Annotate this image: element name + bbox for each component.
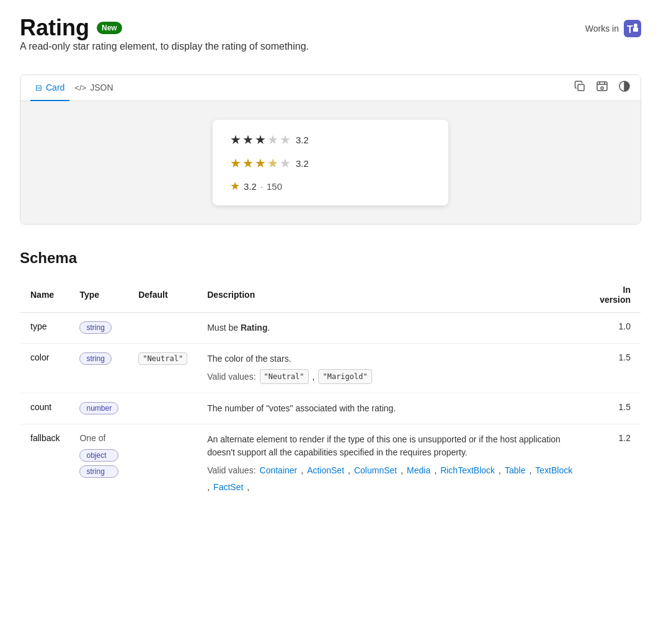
toolbar-icons [574, 80, 631, 96]
title-row: Rating New [20, 15, 309, 41]
type-badge-string-fallback: string [79, 465, 118, 478]
teams-icon: T [624, 20, 641, 37]
gold-star-5: ★ [280, 156, 291, 171]
type-badge-string: string [79, 321, 111, 334]
row-desc-fallback: An alternate element to render if the ty… [197, 424, 584, 503]
valid-values-color: Valid values: "Neutral" , "Marigold" [207, 369, 574, 384]
color-desc-text: The color of the stars. [207, 352, 574, 365]
schema-table: Name Type Default Description In version… [20, 277, 641, 503]
comma3: , [401, 464, 403, 477]
comma5: , [499, 464, 501, 477]
row-desc-color: The color of the stars. Valid values: "N… [197, 344, 584, 393]
val-textblock[interactable]: TextBlock [535, 464, 572, 477]
row-type-count: number [69, 393, 128, 424]
rating-row-compact: ★ 3.2 · 150 [230, 179, 431, 193]
star-2: ★ [242, 132, 254, 147]
row-default-count [128, 393, 197, 424]
compact-value: 3.2 [244, 181, 257, 192]
comma4: , [434, 464, 437, 477]
row-type-fallback: One of object string [69, 424, 128, 503]
comma2: , [348, 464, 350, 477]
schema-header-row: Name Type Default Description In version [20, 277, 641, 313]
type-badge-string-color: string [79, 352, 111, 365]
row-name-count: count [20, 393, 70, 424]
table-row: type string Must be Rating. 1.0 [20, 313, 641, 344]
gold-star-1: ★ [230, 156, 241, 171]
tab-json-label: JSON [90, 83, 113, 92]
tab-json[interactable]: </> JSON [69, 75, 118, 101]
comma1: , [301, 464, 303, 477]
row-type-color: string [69, 344, 128, 393]
row-default-type [128, 313, 197, 344]
bold-rating: Rating [241, 323, 268, 333]
val-media[interactable]: Media [407, 464, 430, 477]
tab-card[interactable]: ⊟ Card [30, 75, 69, 101]
col-description: Description [197, 277, 584, 313]
row-name-color: color [20, 344, 70, 393]
col-default: Default [128, 277, 197, 313]
val-table[interactable]: Table [505, 464, 525, 477]
tabs-bar: ⊟ Card </> JSON [20, 75, 641, 101]
val-columnset[interactable]: ColumnSet [354, 464, 397, 477]
row-desc-type: Must be Rating. [197, 313, 584, 344]
val-factset[interactable]: FactSet [213, 481, 243, 494]
comma7: , [207, 481, 210, 494]
rating-row-neutral: ★ ★ ★ ★ ★ 3.2 [230, 132, 431, 147]
comma6: , [529, 464, 531, 477]
table-row: fallback One of object string An alterna… [20, 424, 641, 503]
row-name-fallback: fallback [20, 424, 70, 503]
gold-star-3: ★ [255, 156, 266, 171]
dot-separator: · [260, 181, 263, 192]
star-3: ★ [255, 132, 266, 147]
val-comma: , [313, 370, 315, 383]
table-row: count number The number of "votes" assoc… [20, 393, 641, 424]
row-version-fallback: 1.2 [584, 424, 641, 503]
page-subtitle: A read-only star rating element, to disp… [20, 41, 309, 52]
oneof-label: One of [79, 433, 118, 443]
val-container[interactable]: Container [260, 464, 298, 477]
row-type-type: string [69, 313, 128, 344]
valid-label-color: Valid values: [207, 370, 255, 383]
works-in-label: Works in [585, 24, 619, 34]
page-title: Rating [20, 15, 89, 41]
new-badge: New [97, 22, 122, 34]
svg-point-5 [601, 87, 603, 89]
compact-count: 150 [267, 181, 282, 192]
comma8: , [247, 481, 249, 494]
row-default-color: "Neutral" [128, 344, 197, 393]
val-richtextblock[interactable]: RichTextBlock [440, 464, 495, 477]
type-badge-number: number [79, 402, 118, 414]
works-in-section: Works in T [585, 20, 641, 37]
json-tab-icon: </> [74, 83, 86, 92]
fallback-desc-text: An alternate element to render if the ty… [207, 433, 574, 459]
svg-text:T: T [627, 24, 633, 35]
table-row: color string "Neutral" The color of the … [20, 344, 641, 393]
card-tab-icon: ⊟ [35, 83, 42, 92]
copy-icon[interactable] [574, 80, 586, 96]
compact-star: ★ [230, 179, 240, 193]
row-name-type: type [20, 313, 70, 344]
type-badge-object: object [79, 449, 118, 462]
card-widget: ★ ★ ★ ★ ★ 3.2 ★ ★ ★ ★ ★ 3.2 [213, 120, 448, 205]
default-neutral: "Neutral" [138, 352, 187, 365]
val-neutral: "Neutral" [260, 369, 309, 384]
val-actionset[interactable]: ActionSet [307, 464, 344, 477]
row-version-count: 1.5 [584, 393, 641, 424]
page-header: Rating New A read-only star rating eleme… [20, 15, 641, 69]
col-type: Type [69, 277, 128, 313]
gold-star-4: ★ [267, 156, 278, 171]
schema-title: Schema [20, 249, 641, 267]
svg-rect-3 [578, 84, 584, 91]
row-default-fallback [128, 424, 197, 503]
theme-toggle-icon[interactable] [618, 80, 631, 96]
stars-neutral: ★ ★ ★ ★ ★ [230, 132, 291, 147]
svg-point-2 [634, 24, 637, 27]
rating-value-gold: 3.2 [296, 158, 309, 169]
star-5: ★ [280, 132, 291, 147]
star-4: ★ [267, 132, 278, 147]
row-version-type: 1.0 [584, 313, 641, 344]
schema-section: Schema Name Type Default Description In … [20, 249, 641, 503]
oneof-type: One of object string [79, 433, 118, 478]
tab-card-label: Card [46, 83, 64, 92]
preview-icon[interactable] [596, 80, 608, 96]
